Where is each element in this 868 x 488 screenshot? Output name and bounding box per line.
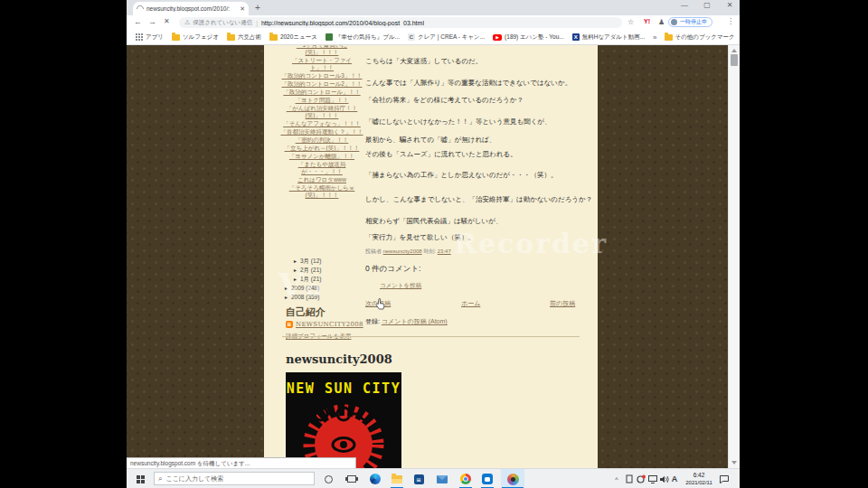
blog-page: 「1ヶ月で爆買いに(笑)」！！！ 「ストリート・ファイト」！！ 「政治的コントロ… [127,45,740,468]
clock-time: 6:42 [681,472,717,479]
page-scrollbar[interactable] [728,45,740,468]
browser-tab[interactable]: newsuncity.blogspot.com/2010/: ✕ [133,2,249,15]
post-paragraph: 「嘘にしないといけなかった！！」等という意見も聞くが、 [365,117,552,127]
bookmark-link[interactable]: C クレア | CREA - キャン... [408,33,485,42]
chrome-menu-icon[interactable]: ⋮ [727,17,734,25]
expand-triangle-icon[interactable]: ► [293,267,297,273]
tray-display-icon[interactable] [647,469,658,488]
tray-recorder-icon[interactable] [636,469,646,488]
archive-link[interactable]: 「政治的コントロール」！！ [280,89,363,96]
profile-pill[interactable]: 一時停止中 [668,17,712,27]
post-paragraph: 最初から、騙されての「嘘」が無ければ、 [365,136,495,145]
profile-name-link[interactable]: NEWSUNCITY2008 [296,321,363,328]
tray-expand-chevron[interactable]: ^ [611,469,622,488]
taskbar-search-box[interactable]: ⌕ ここに入力して検索 [154,472,315,485]
task-view-button[interactable] [344,469,360,488]
forward-button[interactable]: → [148,17,156,26]
archive-link[interactable]: 「1ヶ月で爆買いに(笑)」！！！ [280,45,363,56]
tray-volume-icon[interactable] [659,469,670,488]
bookmarks-overflow-chevron[interactable]: » [653,33,656,42]
stop-button[interactable]: ✕ [164,17,170,25]
youtube-icon: ▶ [493,34,502,41]
taskbar-mail[interactable] [434,469,450,488]
archive-link[interactable]: 「またもや放送局が・・・」！！ [280,161,363,175]
screen-recording-frame: newsuncity.blogspot.com/2010/: ✕ + — ▢ ✕… [0,0,868,488]
taskbar-screen-recorder[interactable] [501,469,524,488]
blog-content-panel: 「1ヶ月で爆買いに(笑)」！！！ 「ストリート・ファイト」！！ 「政治的コントロ… [264,45,598,468]
bookmark-youtube[interactable]: ▶ (189) エハン塾 - You... [493,33,564,42]
archive-month-row[interactable]: ►2月 (21) [284,266,374,275]
older-post-link[interactable]: 前の投稿 [550,299,575,308]
other-bookmarks[interactable]: その他のブックマーク [665,33,735,42]
taskbar-file-explorer[interactable] [389,469,405,488]
taskbar-edge[interactable] [367,469,383,488]
footer-divider [282,336,580,337]
expand-triangle-icon[interactable]: ► [293,277,297,282]
taskbar-messaging[interactable] [479,469,495,488]
window-close-button[interactable]: ✕ [723,1,736,9]
scrollbar-thumb[interactable] [731,54,738,66]
file-explorer-icon [392,475,402,483]
archive-link[interactable]: 「そんなアフォなっ」！！！ [280,120,363,127]
chrome-toolbar: ← → ✕ ⚠ 保護されていない通信 | http://newsuncity.b… [127,15,740,30]
chrome-icon [460,474,471,484]
archive-link[interactable]: 「そろそろ梅雨かしらｗ(笑)」！！！ [280,184,363,199]
bookmark-link[interactable]: 『幸せの気持ち』ブル... [326,33,400,42]
ime-mode-indicator[interactable]: A [670,469,679,488]
timestamp-link[interactable]: 23:47 [438,249,451,254]
address-bar[interactable]: ⚠ 保護されていない通信 | http://newsuncity.blogspo… [179,17,622,28]
archive-year-row[interactable]: ►2009 (248) [284,284,374,293]
blog-archive-list: 「1ヶ月で爆買いに(笑)」！！！ 「ストリート・ファイト」！！ 「政治的コントロ… [280,45,363,200]
bookmark-folder[interactable]: 六爻占術 [227,33,261,42]
screen-recorder-icon [507,474,519,485]
home-link[interactable]: ホーム [461,299,480,308]
tray-device-icon[interactable] [624,469,635,488]
extensions-icon[interactable]: ♟ [658,18,665,26]
archive-month-row[interactable]: ►3月 (12) [284,257,374,266]
chat-app-icon [482,474,493,484]
back-button[interactable]: ← [134,17,142,26]
expand-triangle-icon[interactable]: ► [284,286,288,291]
post-comment-link[interactable]: コメントを投稿 [380,282,421,290]
scroll-down-arrow[interactable] [731,461,737,465]
taskbar-clock[interactable]: 6:42 2021/02/11 [681,472,717,486]
expand-triangle-icon[interactable]: ► [293,258,297,264]
bookmark-link[interactable]: X 無料Hなアダルト動画... [572,33,645,42]
archive-month-row[interactable]: ►1月 (21) [284,275,374,284]
archive-link[interactable]: 「政治的コントロール2」！！ [280,80,363,88]
taskbar-chrome[interactable] [458,469,474,488]
new-sun-city-image: NEW SUN CITY [286,372,401,468]
archive-link[interactable]: 「ヨトク問題」！！ [280,97,363,104]
archive-link[interactable]: 「政治的コントロール3」！！ [280,72,363,80]
tab-close-icon[interactable]: ✕ [240,5,245,13]
cortana-button[interactable] [320,469,336,488]
action-center-icon[interactable] [718,469,731,488]
post-paragraph: こんな事では「人脈作り」等の重要な活動はできないではないか。 [365,79,571,88]
subscribe-atom-link[interactable]: コメントの投稿 (Atom) [382,318,448,324]
bookmark-folder[interactable]: 2020ニュース [269,33,317,42]
mail-icon [437,475,448,483]
archive-link[interactable]: 「がんばれ治安維持庁！！(笑)」！！！ [280,105,363,119]
window-minimize-button[interactable]: — [678,1,691,9]
scroll-up-arrow[interactable] [731,49,737,52]
taskbar-store[interactable]: ⊞ [410,469,427,488]
yahoo-extension-icon[interactable]: Y! [644,18,650,24]
window-maximize-button[interactable]: ▢ [701,1,713,9]
post-paragraph: こちらは「大変迷惑」しているのだ。 [365,57,482,66]
expand-triangle-icon[interactable]: ► [284,295,288,300]
profile-name-row[interactable]: B NEWSUNCITY2008 [286,321,363,328]
start-button[interactable] [131,469,149,488]
bookmark-apps[interactable]: アプリ [136,33,164,42]
archive-link[interactable]: 「首都治安維持運動く？」！！ [280,128,363,136]
newer-post-link[interactable]: 次の投稿 [365,299,391,308]
archive-link[interactable]: 「立ち上がれ～(笑)」！！！ [280,145,363,152]
author-link[interactable]: newsuncity2008 [383,249,422,254]
archive-link[interactable]: 「密約の判決」！！ [280,136,363,144]
archive-link[interactable]: 「ヨサノンが離脱」！！ [280,153,363,160]
new-tab-button[interactable]: + [255,3,260,13]
bookmark-folder[interactable]: ソルフェジオ [172,33,219,42]
archive-year-row[interactable]: ►2008 (359) [284,293,374,302]
archive-link[interactable]: これはワロタwww [280,176,363,183]
archive-link[interactable]: 「ストリート・ファイト」！！ [280,57,363,71]
bookmark-star-icon[interactable]: ☆ [627,18,634,26]
